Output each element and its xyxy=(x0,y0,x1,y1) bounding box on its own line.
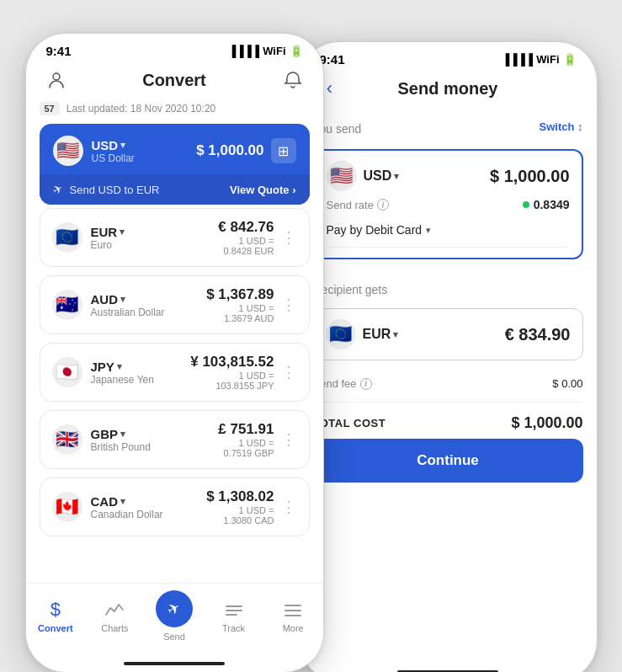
fee-info-icon[interactable]: i xyxy=(360,378,372,390)
bottom-nav-left: $ Convert Charts ✈ Send xyxy=(26,583,323,659)
nav-charts-label: Charts xyxy=(101,623,128,633)
rate-value: 0.8349 xyxy=(523,198,570,211)
update-badge: 57 xyxy=(40,102,60,115)
last-updated-bar: 57 Last updated: 18 Nov 2020 10:20 xyxy=(40,102,310,115)
usd-chevron[interactable]: ▾ xyxy=(120,140,125,151)
nav-convert[interactable]: $ Convert xyxy=(30,599,81,633)
recipient-flag: 🇪🇺 xyxy=(326,319,356,349)
nav-track[interactable]: Track xyxy=(209,599,259,633)
gbp-chevron[interactable]: ▾ xyxy=(120,429,125,440)
page-title-left: Convert xyxy=(70,71,279,90)
cad-menu-icon[interactable]: ⋮ xyxy=(281,498,297,516)
eur-name: Euro xyxy=(91,239,125,251)
pay-method-row[interactable]: Pay by Debit Card ▾ xyxy=(327,218,570,248)
eur-code: EUR ▾ xyxy=(91,225,125,239)
status-icons-right: ▐▐▐▐ WiFi 🔋 xyxy=(502,53,576,66)
total-cost-value: $ 1,000.00 xyxy=(511,414,582,432)
aud-menu-icon[interactable]: ⋮ xyxy=(281,296,297,314)
send-plane-icon: ✈ xyxy=(50,181,65,198)
status-bar-left: 9:41 ▐▐▐▐ WiFi 🔋 xyxy=(26,34,323,63)
aud-code: AUD ▾ xyxy=(91,292,165,307)
calc-icon[interactable]: ⊞ xyxy=(271,138,296,163)
currency-row-eur[interactable]: 🇪🇺 EUR ▾ Euro € 842.76 1 USD = xyxy=(40,208,310,267)
cad-amount: $ 1,308.02 xyxy=(206,488,274,505)
nav-more-label: More xyxy=(283,623,304,633)
cad-name: Canadian Dollar xyxy=(91,509,163,520)
send-currency-card[interactable]: 🇺🇸 USD ▾ $ 1,000.00 Send rate i xyxy=(313,149,583,259)
jpy-menu-icon[interactable]: ⋮ xyxy=(281,363,297,381)
last-updated-text: Last updated: 18 Nov 2020 10:20 xyxy=(66,103,215,115)
cad-info: CAD ▾ Canadian Dollar xyxy=(91,494,163,520)
currency-row-gbp[interactable]: 🇬🇧 GBP ▾ British Pound £ 751.91 1 USD = xyxy=(40,410,310,469)
green-dot xyxy=(523,201,529,208)
jpy-left: 🇯🇵 JPY ▾ Japanese Yen xyxy=(52,357,154,387)
fee-value: $ 0.00 xyxy=(552,377,582,390)
jpy-name: Japanese Yen xyxy=(91,374,154,386)
phone-send-money: 9:41 ▐▐▐▐ WiFi 🔋 ‹ Send money You send S… xyxy=(299,41,598,672)
aud-amount: $ 1,367.89 xyxy=(206,286,274,303)
recipient-currency-chevron[interactable]: ▾ xyxy=(393,329,398,340)
signal-icon: ▐▐▐▐ xyxy=(228,45,259,57)
gbp-rate: 1 USD = 0.7519 GBP xyxy=(218,438,274,458)
rate-info-icon[interactable]: i xyxy=(377,199,389,211)
recipient-amount: € 834.90 xyxy=(505,325,571,344)
jpy-amount: ¥ 103,815.52 xyxy=(190,354,274,371)
nav-charts[interactable]: Charts xyxy=(89,599,140,633)
view-quote-btn[interactable]: View Quote › xyxy=(230,184,296,196)
eur-menu-icon[interactable]: ⋮ xyxy=(281,228,297,247)
cad-left: 🇨🇦 CAD ▾ Canadian Dollar xyxy=(52,492,163,522)
switch-btn[interactable]: Switch ↕ xyxy=(539,120,582,133)
battery-icon: 🔋 xyxy=(290,45,303,57)
eur-amount: € 842.76 xyxy=(218,219,274,236)
eur-rate: 1 USD = 0.8428 EUR xyxy=(218,236,274,256)
send-row-left: ✈ Send USD to EUR xyxy=(53,183,160,196)
currency-row-aud[interactable]: 🇦🇺 AUD ▾ Australian Dollar $ 1,367.89 1 … xyxy=(40,275,310,334)
gbp-info: GBP ▾ British Pound xyxy=(91,427,151,453)
eur-chevron[interactable]: ▾ xyxy=(120,227,125,237)
nav-track-label: Track xyxy=(222,623,245,633)
cad-chevron[interactable]: ▾ xyxy=(120,496,125,507)
main-content-left: 57 Last updated: 18 Nov 2020 10:20 🇺🇸 US… xyxy=(26,102,323,583)
recipient-currency-selector[interactable]: 🇪🇺 EUR ▾ xyxy=(326,319,399,349)
more-nav-icon xyxy=(282,599,304,621)
pay-method-text: Pay by Debit Card xyxy=(327,223,423,237)
usd-code: USD ▾ xyxy=(92,138,135,152)
recipient-currency-card[interactable]: 🇪🇺 EUR ▾ € 834.90 xyxy=(313,308,583,360)
send-currency-selector[interactable]: 🇺🇸 USD ▾ xyxy=(327,161,400,191)
cad-flag: 🇨🇦 xyxy=(52,492,82,522)
jpy-chevron[interactable]: ▾ xyxy=(117,361,122,372)
nav-convert-label: Convert xyxy=(38,623,73,633)
nav-send-label: Send xyxy=(163,632,185,642)
currency-row-jpy[interactable]: 🇯🇵 JPY ▾ Japanese Yen ¥ 103,815.52 1 USD… xyxy=(40,343,310,402)
status-bar-right: 9:41 ▐▐▐▐ WiFi 🔋 xyxy=(300,42,597,72)
nav-send[interactable]: ✈ Send xyxy=(149,590,199,642)
send-row[interactable]: ✈ Send USD to EUR View Quote › xyxy=(40,174,310,205)
nav-more[interactable]: More xyxy=(268,599,318,633)
usd-currency-left: 🇺🇸 USD ▾ US Dollar xyxy=(53,136,135,166)
pay-method-chevron[interactable]: ▾ xyxy=(426,225,431,236)
aud-chevron[interactable]: ▾ xyxy=(120,294,125,305)
recipient-gets-label: Recipient gets xyxy=(313,271,583,296)
send-nav-icon: ✈ xyxy=(156,590,193,627)
currency-row-cad[interactable]: 🇨🇦 CAD ▾ Canadian Dollar $ 1,308.02 1 US… xyxy=(40,477,310,536)
status-time-left: 9:41 xyxy=(46,44,72,58)
gbp-code: GBP ▾ xyxy=(91,427,151,441)
wifi-icon: WiFi xyxy=(263,45,285,57)
jpy-amount-right: ¥ 103,815.52 1 USD = 103.8155 JPY ⋮ xyxy=(190,354,296,391)
profile-icon[interactable] xyxy=(43,67,70,93)
rate-row: Send rate i 0.8349 xyxy=(327,191,570,218)
convert-nav-icon: $ xyxy=(45,599,66,621)
usd-flag: 🇺🇸 xyxy=(53,136,83,166)
header-left: Convert xyxy=(26,63,323,102)
bell-icon[interactable] xyxy=(279,67,306,93)
base-currency-card[interactable]: 🇺🇸 USD ▾ US Dollar $ 1,000.00 ⊞ xyxy=(40,124,310,205)
gbp-left: 🇬🇧 GBP ▾ British Pound xyxy=(52,424,151,455)
continue-button[interactable]: Continue xyxy=(313,439,583,483)
gbp-menu-icon[interactable]: ⋮ xyxy=(281,430,297,449)
signal-icon-r: ▐▐▐▐ xyxy=(502,53,533,66)
send-currency-chevron[interactable]: ▾ xyxy=(394,171,399,182)
send-currency-row: 🇺🇸 USD ▾ $ 1,000.00 xyxy=(327,161,570,191)
gbp-amount: £ 751.91 xyxy=(218,421,274,438)
gbp-name: British Pound xyxy=(91,441,151,453)
gbp-flag: 🇬🇧 xyxy=(52,424,82,455)
